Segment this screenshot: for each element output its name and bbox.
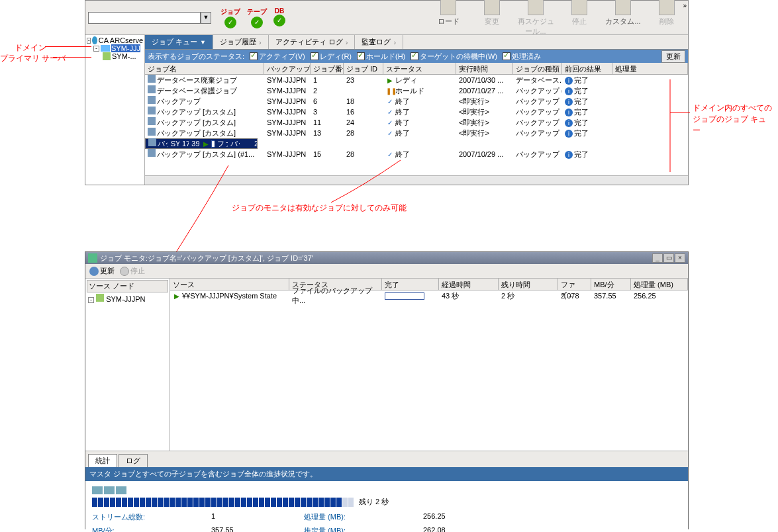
reschedule-icon <box>528 0 544 15</box>
anno-domain: ドメイン <box>15 42 46 54</box>
toolbar: ▼ ジョブ✓ テープ✓ DB✓ ロード 変更 再スケジュール... 停止 カスタ… <box>85 1 688 35</box>
monitor-row[interactable]: ▶¥¥SYM-JJJPN¥System State ファイルのバックアップ中..… <box>170 290 688 301</box>
col-prev-result[interactable]: 前回の結果 <box>562 63 612 74</box>
stat-icons <box>92 486 681 494</box>
tree-domain[interactable]: SYM-JJJ <box>111 44 140 52</box>
tree-header: ソース ノード <box>87 280 168 292</box>
status-job-label: ジョブ <box>220 7 240 17</box>
custom-button[interactable]: カスタム... <box>605 0 642 36</box>
filter-active[interactable]: アクティブ(V) <box>250 52 305 62</box>
col-job-number[interactable]: ジョブ番号 <box>311 63 344 74</box>
col-backup-server[interactable]: バックアップ ... <box>264 63 311 74</box>
col-runtime[interactable]: 実行時間 <box>456 63 513 74</box>
server-select[interactable] <box>88 12 201 24</box>
col-processed[interactable]: 処理量 <box>612 63 688 74</box>
load-button[interactable]: ロード <box>430 0 467 36</box>
maximize-button[interactable]: ▭ <box>663 253 674 263</box>
minimize-button[interactable]: _ <box>652 253 663 263</box>
stop-button[interactable]: 停止 <box>561 0 598 36</box>
tab-activity-log[interactable]: アクティビティ ログ› <box>269 35 356 49</box>
update-button[interactable]: 更新 <box>661 50 685 63</box>
refresh-icon <box>89 267 99 276</box>
tab-bar: ジョブ キュー▼ ジョブ履歴› アクティビティ ログ› 監査ログ› <box>145 35 688 50</box>
server-icon <box>96 294 104 302</box>
filter-label: 表示するジョブのステータス: <box>148 52 244 62</box>
overall-progress: 残り 2 秒 <box>92 497 681 507</box>
monitor-tree[interactable]: ソース ノード - SYM-JJJPN <box>85 279 170 451</box>
table-row[interactable]: バックアップSYM-JJJPN618✓終了<即実行>バックアップi完了 <box>145 96 688 107</box>
monitor-grid-header: ソース ステータス 完了 経過時間 残り時間 ファイ... MB/分 処理量 (… <box>170 279 688 290</box>
delete-icon <box>659 0 675 15</box>
table-row[interactable]: バックアップ [カスタム]SYM-JJJPN1124✓終了<即実行>バックアップ… <box>145 117 688 128</box>
filter-ready[interactable]: レディ(R) <box>311 52 352 62</box>
col-files[interactable]: ファイ... <box>558 279 591 290</box>
stats-header: マスタ ジョブとすべての子ジョブを含むジョブ全体の進捗状況です。 <box>85 467 688 481</box>
filter-done[interactable]: 処理済み <box>503 52 541 62</box>
status-ok-icon: ✓ <box>251 17 263 28</box>
grid-header: ジョブ名 バックアップ ... ジョブ番号 ジョブ ID ステータス 実行時間 … <box>145 63 688 75</box>
col-status[interactable]: ステータス <box>383 63 456 74</box>
reschedule-button[interactable]: 再スケジュール... <box>517 0 554 36</box>
server-icon <box>103 52 111 60</box>
refresh-button[interactable]: 更新 <box>89 266 115 276</box>
monitor-footer: 統計 ログ マスタ ジョブとすべての子ジョブを含むジョブ全体の進捗状況です。 残… <box>85 451 688 532</box>
status-tape-label: テープ <box>247 7 267 17</box>
anno-monitor: ジョブのモニタは有効なジョブに対してのみ可能 <box>232 202 407 214</box>
tab-job-history[interactable]: ジョブ履歴› <box>213 35 269 49</box>
filter-bar: 表示するジョブのステータス: アクティブ(V) レディ(R) ホールド(H) タ… <box>145 50 688 63</box>
remaining-label: 残り 2 秒 <box>359 497 389 507</box>
job-grid[interactable]: データベース廃棄ジョブSYM-JJJPN123▶レディ2007/10/30 ..… <box>145 75 688 175</box>
table-row[interactable]: バックアップ [カスタム] (#1...SYM-JJJPN1528✓終了2007… <box>145 149 688 159</box>
status-ok-icon: ✓ <box>273 15 285 26</box>
delete-button[interactable]: 削除 <box>648 0 685 36</box>
tree-item[interactable]: SYM-JJJPN <box>106 295 145 303</box>
col-mbmin[interactable]: MB/分 <box>591 279 631 290</box>
tree-primary[interactable]: SYM-... <box>112 52 136 60</box>
stop-icon <box>571 0 587 15</box>
stop-button[interactable]: 停止 <box>120 266 145 276</box>
custom-icon <box>615 0 631 15</box>
modify-button[interactable]: 変更 <box>473 0 511 36</box>
globe-icon <box>92 36 97 44</box>
status-ok-icon: ✓ <box>224 17 236 28</box>
group-icon <box>101 45 110 52</box>
table-row[interactable]: バックアップ [カスタム]SYM-JJJPN1739▶94%ファイルのバック..… <box>145 138 258 149</box>
monitor-titlebar: ジョブ モニタ:ジョブ名='バックアップ [カスタム]', ジョブ ID='37… <box>85 252 688 264</box>
domain-tree[interactable]: -CA ARCserve -SYM-JJJ SYM-... <box>85 35 145 185</box>
col-processed[interactable]: 処理量 (MB) <box>631 279 688 290</box>
col-name[interactable]: ジョブ名 <box>145 63 264 74</box>
dropdown-icon[interactable]: ▼ <box>201 12 211 24</box>
table-row[interactable]: データベース廃棄ジョブSYM-JJJPN123▶レディ2007/10/30 ..… <box>145 75 688 85</box>
filter-waiting[interactable]: ターゲットの待機中(W) <box>411 52 497 62</box>
load-icon <box>440 0 456 15</box>
stats-grid: ストリーム総数:1 処理量 (MB):256.25 MB/分:357.55 推定… <box>92 512 681 532</box>
table-row[interactable]: バックアップ [カスタム]SYM-JJJPN1328✓終了<即実行>バックアップ… <box>145 128 688 138</box>
status-db-label: DB <box>273 7 285 15</box>
scrollbar[interactable] <box>145 175 688 185</box>
col-remaining[interactable]: 残り時間 <box>499 279 558 290</box>
monitor-toolbar: 更新 停止 <box>85 264 688 279</box>
col-job-type[interactable]: ジョブの種類 <box>513 63 562 74</box>
job-status-window: » ▼ ジョブ✓ テープ✓ DB✓ ロード 変更 再スケジュール... 停止 カ… <box>85 0 689 185</box>
filter-hold[interactable]: ホールド(H) <box>357 52 405 62</box>
col-job-id[interactable]: ジョブ ID <box>344 63 383 74</box>
anno-queue: ドメイン内のすべてのジョブのジョブ キュー <box>693 103 772 136</box>
tab-log[interactable]: ログ <box>119 454 148 467</box>
tab-stats[interactable]: 統計 <box>88 454 117 467</box>
tab-job-queue[interactable]: ジョブ キュー▼ <box>145 35 213 49</box>
col-elapsed[interactable]: 経過時間 <box>439 279 499 290</box>
stop-icon <box>120 267 129 276</box>
col-done[interactable]: 完了 <box>382 279 439 290</box>
col-source[interactable]: ソース <box>170 279 289 290</box>
table-row[interactable]: データベース保護ジョブSYM-JJJPN2❚❚ホールド2007/10/27 ..… <box>145 85 688 96</box>
monitor-title: ジョブ モニタ:ジョブ名='バックアップ [カスタム]', ジョブ ID='37… <box>100 253 313 263</box>
tree-root[interactable]: CA ARCserve <box>99 36 143 44</box>
play-icon: ▶ <box>173 292 181 300</box>
monitor-icon <box>88 253 97 263</box>
anno-primary: プライマリ サーバ <box>0 53 66 64</box>
job-monitor-window: ジョブ モニタ:ジョブ名='バックアップ [カスタム]', ジョブ ID='37… <box>85 251 689 529</box>
tab-audit-log[interactable]: 監査ログ› <box>355 35 403 49</box>
table-row[interactable]: バックアップ [カスタム]SYM-JJJPN316✓終了<即実行>バックアップi… <box>145 107 688 117</box>
close-button[interactable]: × <box>675 253 685 263</box>
overflow-icon[interactable]: » <box>683 2 687 9</box>
